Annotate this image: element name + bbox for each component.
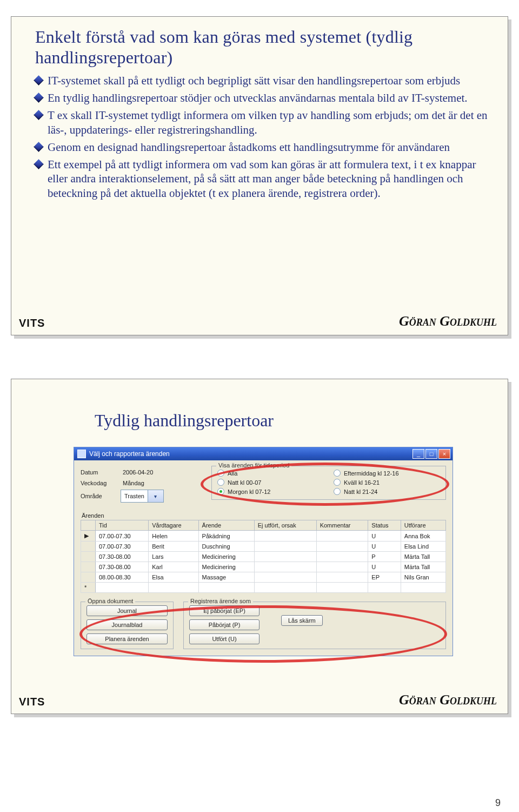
radio-kvall[interactable]: Kväll kl 16-21 (334, 479, 440, 486)
lock-screen-button[interactable]: Lås skärm (281, 615, 323, 626)
table-row[interactable]: 08.00-08.30ElsaMassageEPNils Gran (81, 572, 446, 583)
radio-dot (334, 488, 341, 495)
cell-arende: Duschning (198, 542, 254, 552)
diamond-icon (34, 110, 43, 120)
cell-kommentar (316, 552, 368, 562)
cell-orsak (254, 552, 316, 562)
bullet-text: Ett exempel på att tydligt informera om … (48, 157, 491, 200)
arenden-table[interactable]: Tid Vårdtagare Ärende Ej utfört, orsak K… (81, 520, 446, 593)
journal-button[interactable]: Journal (86, 605, 168, 616)
footer-org: VITS (19, 317, 45, 329)
cell-arende: Påkädning (198, 531, 254, 542)
table-row[interactable]: * (81, 583, 446, 593)
legend-open: Öppna dokument (85, 598, 135, 604)
cell-vardtagare: Helen (149, 531, 198, 542)
maximize-button[interactable]: □ (425, 449, 437, 459)
cell-status: U (368, 531, 401, 542)
bullet-text: IT-systemet skall på ett tydligt och beg… (48, 74, 460, 88)
fieldset-open: Öppna dokument Journal Journalblad Plane… (81, 602, 174, 649)
app-window: Välj och rapportera ärenden _ □ × Datum … (74, 447, 453, 656)
radio-dot (217, 479, 224, 486)
diamond-icon (34, 159, 43, 169)
planera-arenden-button[interactable]: Planera ärenden (86, 633, 168, 644)
footer-author: Göran Goldkuhl (399, 692, 497, 708)
cell-vardtagare: Lars (149, 552, 198, 562)
radio-label: Natt kl 21-24 (344, 488, 377, 495)
cell-status: P (368, 552, 401, 562)
cell-orsak (254, 542, 316, 552)
label-veckodag: Veckodag (81, 480, 121, 486)
slide2-title: Tydlig handlingsrepertoar (95, 411, 491, 431)
cell-kommentar (316, 562, 368, 572)
radio-morgon[interactable]: Morgon kl 07-12 (217, 488, 324, 495)
cell-utforare: Elsa Lind (401, 542, 445, 552)
row-marker (81, 572, 96, 583)
slide-1: Enkelt förstå vad som kan göras med syst… (11, 16, 508, 335)
cell-arende: Medicinering (198, 552, 254, 562)
title-bar[interactable]: Välj och rapportera ärenden _ □ × (74, 447, 453, 460)
col-orsak: Ej utfört, orsak (254, 520, 316, 531)
footer-org: VITS (19, 696, 45, 708)
close-button[interactable]: × (438, 449, 450, 459)
cell-kommentar (316, 542, 368, 552)
radio-eftermiddag[interactable]: Eftermiddag kl 12-16 (334, 470, 440, 477)
radio-natt1[interactable]: Natt kl 00-07 (217, 479, 324, 486)
journalblad-button[interactable]: Journalblad (86, 619, 168, 630)
list-item: En tydlig handlingsrepertoar stödjer och… (35, 91, 491, 105)
radio-label: Natt kl 00-07 (228, 479, 261, 486)
row-marker: ▶ (81, 531, 96, 542)
combo-value: Trasten (121, 492, 148, 500)
table-row[interactable]: 07.00-07.30BeritDuschningUElsa Lind (81, 542, 446, 552)
cell-tid: 07.30-08.00 (96, 562, 149, 572)
slide1-title: Enkelt förstå vad som kan göras med syst… (35, 27, 491, 68)
bullet-text: En tydlig handlingsrepertoar stödjer och… (48, 91, 468, 105)
radio-label: Alla (228, 470, 237, 477)
col-arende: Ärende (198, 520, 254, 531)
cell-vardtagare: Elsa (149, 572, 198, 583)
list-item: Ett exempel på att tydligt informera om … (35, 157, 491, 200)
table-row[interactable]: ▶07.00-07.30HelenPåkädningUAnna Bok (81, 531, 446, 542)
col-tid: Tid (96, 520, 149, 531)
value-veckodag: Måndag (121, 479, 184, 487)
slide1-bullets: IT-systemet skall på ett tydligt och beg… (35, 74, 491, 200)
bullet-text: T ex skall IT-systemet tydligt informera… (48, 108, 491, 137)
value-datum: 2006-04-20 (121, 468, 184, 477)
cell-utforare: Nils Gran (401, 572, 445, 583)
utfort-button[interactable]: Utfört (U) (189, 633, 260, 644)
ej-paborjat-button[interactable]: Ej påbörjat (EP) (189, 605, 260, 616)
radio-label: Eftermiddag kl 12-16 (344, 470, 399, 477)
radio-dot (334, 470, 341, 477)
radio-label: Kväll kl 16-21 (344, 479, 380, 486)
radio-alla[interactable]: Alla (217, 470, 324, 477)
row-marker (81, 562, 96, 572)
table-row[interactable]: 07.30-08.00LarsMedicineringPMärta Tall (81, 552, 446, 562)
slide-2: Tydlig handlingsrepertoar Välj och rappo… (11, 379, 508, 714)
minimize-button[interactable]: _ (412, 449, 424, 459)
col-status: Status (368, 520, 401, 531)
cell-kommentar (316, 572, 368, 583)
diamond-icon (34, 142, 43, 151)
table-header-row: Tid Vårdtagare Ärende Ej utfört, orsak K… (81, 520, 446, 531)
cell-tid: 07.30-08.00 (96, 552, 149, 562)
radio-dot (217, 470, 224, 477)
radio-dot (217, 488, 224, 495)
label-arenden: Ärenden (82, 512, 446, 519)
cell-utforare: Märta Tall (401, 562, 445, 572)
cell-tid: 08.00-08.30 (96, 572, 149, 583)
cell-tid: 07.00-07.30 (96, 542, 149, 552)
radio-label: Morgon kl 07-12 (228, 488, 271, 495)
diamond-icon (34, 75, 43, 85)
col-vardtagare: Vårdtagare (149, 520, 198, 531)
paborjat-button[interactable]: Påbörjat (P) (189, 619, 260, 630)
table-row[interactable]: 07.30-08.00KarlMedicineringUMärta Tall (81, 562, 446, 572)
cell-vardtagare: Karl (149, 562, 198, 572)
radio-natt2[interactable]: Natt kl 21-24 (334, 488, 440, 495)
legend-register: Registrera ärende som (188, 598, 253, 604)
list-item: IT-systemet skall på ett tydligt och beg… (35, 74, 491, 88)
combo-omrade[interactable]: Trasten ▾ (121, 490, 164, 503)
form-left: Datum 2006-04-20 Veckodag Måndag Område … (81, 466, 205, 505)
cell-arende: Medicinering (198, 562, 254, 572)
chevron-down-icon: ▾ (148, 490, 163, 502)
cell-status: EP (368, 572, 401, 583)
cell-tid: 07.00-07.30 (96, 531, 149, 542)
